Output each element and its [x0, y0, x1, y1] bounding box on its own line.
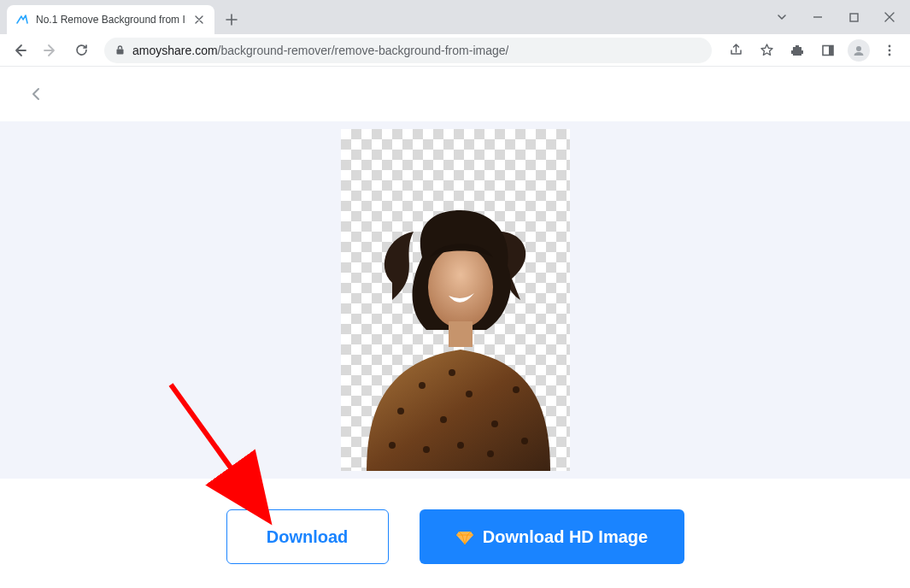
- address-bar[interactable]: amoyshare.com/background-remover/remove-…: [104, 38, 712, 63]
- svg-point-15: [513, 386, 520, 393]
- share-icon[interactable]: [722, 37, 749, 64]
- lock-icon: [114, 44, 126, 56]
- url-path: /background-remover/remove-background-fr…: [218, 44, 509, 57]
- side-panel-icon[interactable]: [814, 37, 842, 64]
- svg-point-20: [521, 438, 528, 444]
- nav-reload-button[interactable]: [68, 38, 94, 63]
- tab-favicon-icon: [15, 13, 29, 26]
- svg-point-19: [487, 450, 494, 457]
- subject-cutout: [341, 129, 570, 471]
- svg-rect-9: [449, 321, 473, 347]
- new-tab-button[interactable]: [220, 8, 244, 32]
- svg-point-16: [389, 442, 396, 449]
- svg-point-14: [491, 420, 498, 427]
- actions-bar: Download Download HD Image: [0, 479, 910, 588]
- extensions-icon[interactable]: [784, 37, 811, 64]
- result-canvas-area: [0, 121, 910, 479]
- page-header: [0, 67, 910, 121]
- tab-title: No.1 Remove Background from I: [36, 14, 185, 26]
- download-hd-button[interactable]: Download HD Image: [420, 509, 684, 564]
- window-controls: [765, 0, 907, 34]
- svg-point-6: [889, 49, 891, 51]
- svg-point-18: [457, 442, 464, 449]
- svg-point-21: [449, 369, 455, 376]
- diamond-icon: [455, 527, 474, 546]
- svg-point-7: [889, 53, 891, 56]
- download-button-label: Download: [267, 527, 349, 547]
- tab-close-icon[interactable]: [192, 13, 206, 26]
- svg-point-8: [428, 246, 493, 328]
- svg-point-11: [419, 382, 426, 389]
- tab-search-icon[interactable]: [765, 3, 799, 31]
- svg-point-4: [856, 46, 861, 51]
- toolbar-right-icons: [722, 37, 903, 64]
- window-close-button[interactable]: [872, 3, 907, 31]
- svg-point-5: [889, 44, 891, 47]
- svg-rect-3: [829, 45, 833, 55]
- svg-point-10: [397, 408, 404, 415]
- svg-point-17: [423, 446, 430, 453]
- nav-back-button[interactable]: [7, 38, 32, 63]
- profile-avatar[interactable]: [845, 37, 872, 64]
- window-minimize-button[interactable]: [801, 3, 835, 31]
- result-image: [341, 129, 570, 471]
- download-hd-button-label: Download HD Image: [483, 527, 648, 547]
- svg-rect-1: [117, 50, 124, 55]
- svg-rect-0: [850, 14, 858, 21]
- browser-toolbar: amoyshare.com/background-remover/remove-…: [0, 34, 910, 67]
- browser-titlebar: No.1 Remove Background from I: [0, 0, 910, 34]
- window-maximize-button[interactable]: [837, 3, 871, 31]
- bookmark-star-icon[interactable]: [753, 37, 780, 64]
- download-button[interactable]: Download: [226, 509, 389, 564]
- browser-tab[interactable]: No.1 Remove Background from I: [7, 5, 214, 34]
- menu-kebab-icon[interactable]: [876, 37, 903, 64]
- nav-forward-button[interactable]: [38, 38, 63, 63]
- svg-point-13: [466, 391, 473, 397]
- url-text: amoyshare.com/background-remover/remove-…: [132, 44, 508, 57]
- page-back-button[interactable]: [21, 79, 51, 109]
- svg-point-12: [440, 416, 447, 423]
- url-domain: amoyshare.com: [132, 44, 218, 57]
